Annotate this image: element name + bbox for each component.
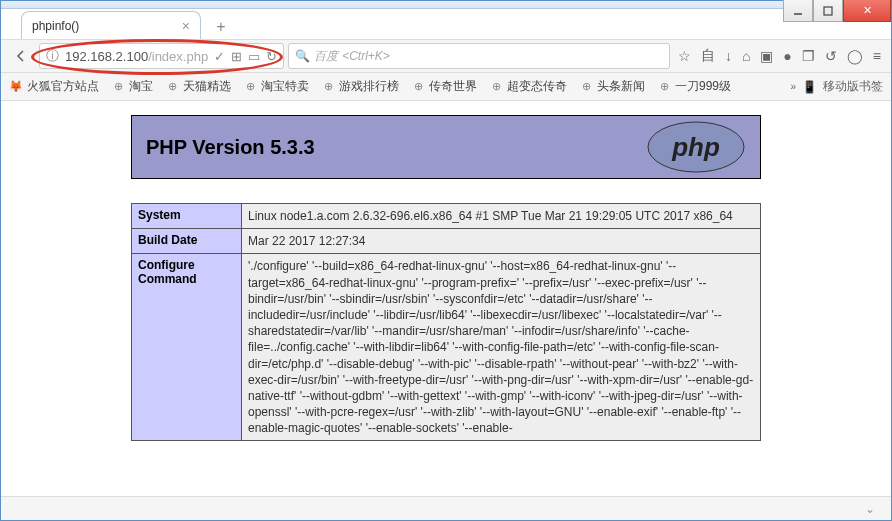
bookmark-item[interactable]: ⊕一刀999级 (657, 78, 731, 95)
mobile-bookmarks-button[interactable]: 移动版书签 (823, 78, 883, 95)
reader-mode-icon[interactable]: ▭ (248, 49, 260, 64)
home-icon[interactable]: ⌂ (742, 48, 750, 64)
bookmark-item[interactable]: ⊕超变态传奇 (489, 78, 567, 95)
phpinfo-header: PHP Version 5.3.3 php (131, 115, 761, 179)
address-bar-row: ⓘ 192.168.2.100/index.php ✓ ⊞ ▭ ↻ 🔍 百度 <… (1, 39, 891, 73)
url-input[interactable]: ⓘ 192.168.2.100/index.php ✓ ⊞ ▭ ↻ (39, 43, 284, 69)
row-key: Build Date (132, 229, 242, 254)
favicon-icon: ⊕ (243, 80, 257, 94)
history-icon[interactable]: ↺ (825, 48, 837, 64)
library-icon[interactable]: ❐ (802, 48, 815, 64)
table-row: Build Date Mar 22 2017 12:27:34 (132, 229, 761, 254)
row-key: System (132, 204, 242, 229)
account-icon[interactable]: ◯ (847, 48, 863, 64)
bookmark-item[interactable]: ⊕头条新闻 (579, 78, 645, 95)
download-icon[interactable]: ↓ (725, 48, 732, 64)
mobile-bookmarks-icon: 📱 (802, 80, 817, 94)
svg-text:php: php (671, 132, 720, 162)
site-identity-icon[interactable]: ⓘ (46, 47, 59, 65)
search-hint: <Ctrl+K> (342, 49, 390, 63)
window-titlebar: ✕ (1, 1, 891, 9)
qr-icon[interactable]: ⊞ (231, 49, 242, 64)
php-version-title: PHP Version 5.3.3 (146, 136, 315, 159)
row-value: './configure' '--build=x86_64-redhat-lin… (242, 254, 761, 441)
shield-icon[interactable]: ✓ (214, 49, 225, 64)
tab-strip: phpinfo() × + (1, 9, 891, 39)
row-value: Mar 22 2017 12:27:34 (242, 229, 761, 254)
tab-close-icon[interactable]: × (182, 18, 190, 34)
row-key: Configure Command (132, 254, 242, 441)
bookmarks-overflow-icon[interactable]: » (790, 81, 796, 92)
favicon-icon: ⊕ (489, 80, 503, 94)
favicon-icon: ⊕ (411, 80, 425, 94)
scroll-hint-icon: ⌄ (865, 502, 875, 516)
pocket-icon[interactable]: ● (783, 48, 791, 64)
bookmark-item[interactable]: ⊕天猫精选 (165, 78, 231, 95)
bookmark-item[interactable]: ⊕淘宝 (111, 78, 153, 95)
search-engine-label: 百度 (314, 48, 338, 65)
php-logo-icon: php (646, 120, 746, 174)
favicon-icon: ⊕ (165, 80, 179, 94)
search-input[interactable]: 🔍 百度 <Ctrl+K> (288, 43, 670, 69)
status-bar: ⌄ (1, 496, 891, 520)
sidebar-icon[interactable]: ▣ (760, 48, 773, 64)
table-row: Configure Command './configure' '--build… (132, 254, 761, 441)
table-row: System Linux node1.a.com 2.6.32-696.el6.… (132, 204, 761, 229)
new-tab-button[interactable]: + (209, 15, 233, 39)
url-text: 192.168.2.100/index.php (65, 49, 208, 64)
toolbar-icons: ☆ 自 ↓ ⌂ ▣ ● ❐ ↺ ◯ ≡ (674, 47, 885, 65)
phpinfo-table: System Linux node1.a.com 2.6.32-696.el6.… (131, 203, 761, 441)
back-button[interactable] (7, 42, 35, 70)
page-content: PHP Version 5.3.3 php System Linux node1… (1, 101, 891, 496)
row-value: Linux node1.a.com 2.6.32-696.el6.x86_64 … (242, 204, 761, 229)
self-icon[interactable]: 自 (701, 47, 715, 65)
bookmark-item[interactable]: ⊕游戏排行榜 (321, 78, 399, 95)
bookmark-item[interactable]: ⊕淘宝特卖 (243, 78, 309, 95)
tab-label: phpinfo() (32, 19, 79, 33)
favicon-icon: 🦊 (9, 80, 23, 94)
favicon-icon: ⊕ (657, 80, 671, 94)
bookmark-star-icon[interactable]: ☆ (678, 48, 691, 64)
bookmarks-bar: 🦊火狐官方站点 ⊕淘宝 ⊕天猫精选 ⊕淘宝特卖 ⊕游戏排行榜 ⊕传奇世界 ⊕超变… (1, 73, 891, 101)
bookmark-item[interactable]: ⊕传奇世界 (411, 78, 477, 95)
favicon-icon: ⊕ (579, 80, 593, 94)
reload-icon[interactable]: ↻ (266, 49, 277, 64)
tab-phpinfo[interactable]: phpinfo() × (21, 11, 201, 39)
menu-icon[interactable]: ≡ (873, 48, 881, 64)
bookmark-item[interactable]: 🦊火狐官方站点 (9, 78, 99, 95)
favicon-icon: ⊕ (111, 80, 125, 94)
search-icon: 🔍 (295, 49, 310, 63)
favicon-icon: ⊕ (321, 80, 335, 94)
